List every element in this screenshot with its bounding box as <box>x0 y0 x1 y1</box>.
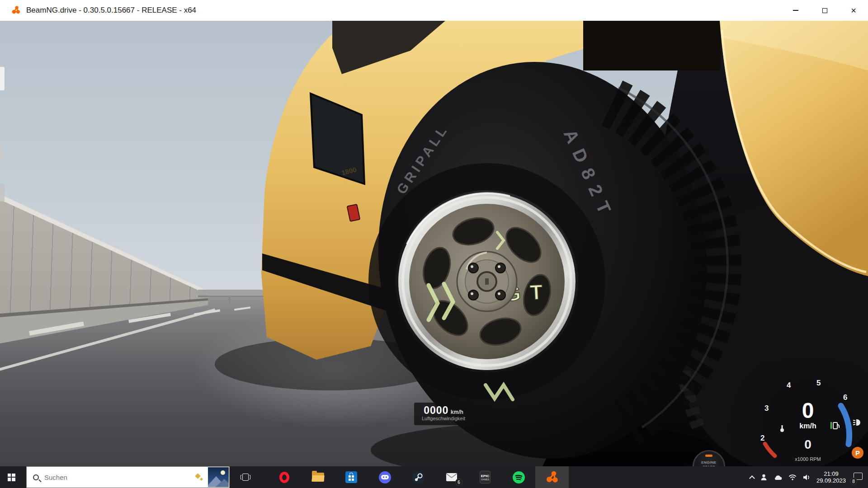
steam-icon <box>412 471 425 483</box>
tray-volume-button[interactable] <box>802 474 811 481</box>
maximize-icon <box>822 8 827 13</box>
airspeed-hud: 0000 km/h Luftgeschwindigkeit <box>414 403 473 425</box>
action-center-button[interactable]: 8 <box>852 470 865 484</box>
cloud-icon <box>774 474 783 480</box>
underhood-shadow <box>583 21 721 70</box>
task-view-icon <box>241 474 250 481</box>
start-button[interactable] <box>0 466 23 488</box>
steam-button[interactable] <box>401 466 435 488</box>
window-title: BeamNG.drive - 0.30.5.0.15667 - RELEASE … <box>26 6 196 15</box>
beamng-icon <box>546 471 558 483</box>
discord-button[interactable] <box>368 466 401 488</box>
speed-unit: km/h <box>723 422 868 430</box>
tachometer-hud: 2 3 4 5 6 0 km/h 0 x1000 RPM P <box>723 373 868 466</box>
airspeed-value: 0000 <box>424 404 448 416</box>
task-view-button[interactable] <box>234 466 257 488</box>
notification-badge: 8 <box>850 478 857 485</box>
parking-brake-indicator: P <box>852 447 863 459</box>
mountain-icon <box>215 479 229 487</box>
file-explorer-icon <box>312 473 324 482</box>
close-button[interactable]: × <box>839 0 868 21</box>
tray-contact-button[interactable] <box>760 474 768 481</box>
contact-icon <box>760 474 768 481</box>
side-tab-3[interactable] <box>0 183 5 202</box>
discord-icon <box>379 471 391 483</box>
headlight-icon <box>853 418 863 427</box>
windows-logo-icon <box>8 474 15 481</box>
maximize-button[interactable] <box>810 0 839 21</box>
side-tab-2[interactable] <box>0 146 5 164</box>
airspeed-unit: km/h <box>451 409 463 415</box>
airspeed-label: Luftgeschwindigkeit <box>414 416 473 421</box>
tray-network-button[interactable] <box>788 474 797 481</box>
rpm-tick: 4 <box>787 381 791 390</box>
window-titlebar: BeamNG.drive - 0.30.5.0.15667 - RELEASE … <box>0 0 868 21</box>
temperature-icon <box>778 424 788 433</box>
center-cap-logo <box>485 278 489 285</box>
spotify-icon <box>513 471 525 483</box>
opera-button[interactable] <box>268 466 301 488</box>
wifi-icon <box>788 474 797 481</box>
clock-date: 29.09.2023 <box>816 477 846 484</box>
chevron-up-icon <box>749 475 755 481</box>
engine-start-line1: ENGINE <box>694 460 724 465</box>
engine-start-led <box>705 455 712 457</box>
side-tab-1[interactable] <box>0 67 5 90</box>
beamng-logo-icon <box>12 6 21 15</box>
speed-value: 0 <box>723 398 868 423</box>
rpm-scale-label: x1000 RPM <box>723 456 868 462</box>
clock-time: 21:09 <box>816 470 846 477</box>
minimize-button[interactable] <box>781 0 810 21</box>
search-highlights-icon <box>195 473 204 482</box>
moon-icon <box>221 470 225 475</box>
fuel-icon <box>830 421 840 430</box>
store-button[interactable] <box>335 466 368 488</box>
tray-onedrive-button[interactable] <box>774 474 783 480</box>
minimize-icon <box>793 10 798 11</box>
store-icon <box>345 471 357 483</box>
taskbar-clock[interactable]: 21:09 29.09.2023 <box>816 470 846 484</box>
taskbar: 6 EPIC GAMES <box>0 466 868 488</box>
tray-overflow-button[interactable] <box>750 474 754 480</box>
opera-icon <box>279 472 289 483</box>
mail-badge: 6 <box>455 479 462 486</box>
beamng-button[interactable] <box>535 466 569 488</box>
search-icon <box>33 474 39 480</box>
game-viewport[interactable]: 1800 GRIPALL AD82T EG T <box>0 21 868 466</box>
epic-games-icon: EPIC GAMES <box>480 471 491 483</box>
taskbar-search[interactable] <box>26 466 230 488</box>
epic-games-button[interactable]: EPIC GAMES <box>468 466 502 488</box>
spotify-button[interactable] <box>502 466 535 488</box>
mail-button[interactable]: 6 <box>435 466 468 488</box>
weather-widget[interactable] <box>208 467 229 487</box>
speaker-icon <box>802 474 811 481</box>
file-explorer-button[interactable] <box>301 466 335 488</box>
gear-indicator: 0 <box>723 437 868 452</box>
rpm-tick: 5 <box>816 379 821 388</box>
close-icon: × <box>851 6 856 15</box>
